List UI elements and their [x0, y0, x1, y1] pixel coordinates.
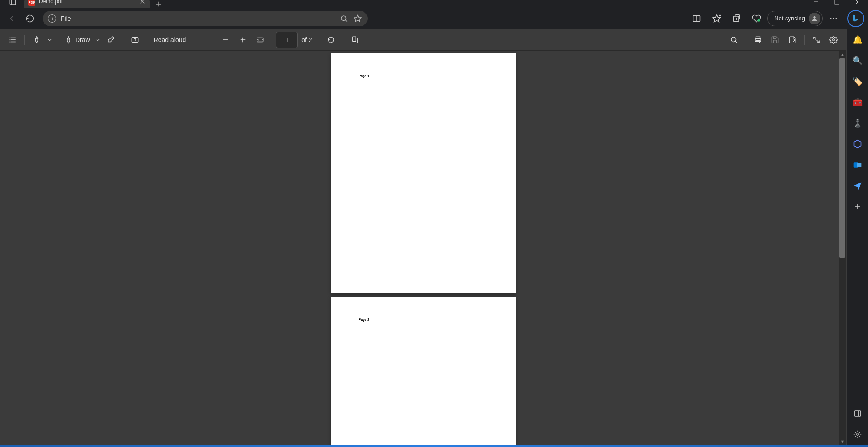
svg-point-24	[833, 18, 834, 19]
address-row: i File Not syncing	[0, 8, 868, 29]
svg-line-11	[345, 20, 347, 22]
fullscreen-button[interactable]	[808, 32, 824, 48]
scroll-down-arrow[interactable]: ▼	[839, 437, 846, 445]
svg-point-59	[856, 433, 858, 436]
sidebar-outlook-icon[interactable]	[851, 159, 864, 171]
pdf-page[interactable]: Page 1	[331, 53, 516, 293]
svg-point-22	[813, 16, 815, 18]
svg-point-31	[10, 41, 10, 42]
pdf-settings-button[interactable]	[825, 32, 842, 48]
svg-point-29	[10, 37, 10, 38]
page-view-button[interactable]	[347, 32, 363, 48]
address-bar[interactable]: i File	[43, 11, 368, 26]
svg-point-30	[10, 39, 10, 40]
browser-tab[interactable]: PDF Demo.pdf	[24, 0, 150, 8]
print-button[interactable]	[750, 32, 766, 48]
collections-button[interactable]	[727, 10, 746, 27]
add-text-button[interactable]	[127, 32, 143, 48]
scroll-up-arrow[interactable]: ▲	[839, 51, 846, 58]
svg-rect-48	[773, 40, 777, 43]
minimize-button[interactable]	[805, 0, 826, 8]
pdf-page[interactable]: Page 2	[331, 297, 516, 445]
svg-point-51	[833, 38, 835, 41]
svg-line-32	[111, 38, 112, 39]
contents-button[interactable]	[5, 32, 21, 48]
svg-point-21	[758, 19, 760, 21]
windows-taskbar[interactable]	[0, 445, 868, 447]
favorites-button[interactable]	[708, 10, 726, 27]
svg-point-42	[731, 37, 736, 42]
sync-status-label: Not syncing	[774, 15, 805, 22]
zoom-out-button[interactable]	[218, 32, 234, 48]
sidebar-notifications-icon[interactable]: 🔔	[851, 34, 864, 46]
bing-chat-button[interactable]	[847, 10, 864, 27]
erase-button[interactable]	[103, 32, 119, 48]
close-window-button[interactable]	[847, 0, 868, 8]
svg-rect-0	[10, 0, 16, 5]
svg-rect-57	[854, 411, 861, 416]
read-aloud-label: Read aloud	[154, 36, 186, 43]
rotate-button[interactable]	[323, 32, 339, 48]
sidebar-shopping-icon[interactable]: 🏷️	[851, 75, 864, 88]
scroll-thumb[interactable]	[839, 58, 845, 258]
svg-rect-44	[756, 37, 760, 39]
sidebar-settings-icon[interactable]	[851, 428, 864, 441]
fit-width-button[interactable]	[252, 32, 268, 48]
vertical-scrollbar[interactable]: ▲ ▼	[839, 51, 846, 445]
edge-sidebar: 🔔 🔍 🏷️ 🧰 ♟️	[846, 29, 868, 445]
site-info-icon[interactable]: i	[48, 14, 56, 23]
save-as-button[interactable]	[784, 32, 800, 48]
pdf-favicon: PDF	[28, 0, 35, 6]
maximize-button[interactable]	[826, 0, 847, 8]
read-aloud-button[interactable]: Read aloud	[151, 32, 189, 48]
vertical-tabs-button[interactable]	[5, 0, 20, 8]
svg-line-50	[817, 40, 819, 42]
browser-essentials-button[interactable]	[747, 10, 766, 27]
page-total-label: of 2	[299, 36, 315, 43]
refresh-button[interactable]	[22, 10, 38, 27]
sidebar-drop-icon[interactable]	[851, 179, 864, 192]
sidebar-hide-button[interactable]	[851, 407, 864, 420]
search-in-address-icon[interactable]	[339, 14, 349, 23]
svg-point-10	[341, 16, 346, 21]
svg-rect-47	[773, 37, 776, 39]
draw-button[interactable]: Draw	[62, 32, 93, 48]
sidebar-add-button[interactable]	[851, 200, 864, 213]
svg-marker-12	[354, 15, 361, 21]
svg-marker-52	[854, 140, 861, 148]
page-number-input[interactable]	[276, 32, 298, 48]
split-screen-button[interactable]	[688, 10, 706, 27]
scroll-track[interactable]	[839, 58, 846, 437]
zoom-in-button[interactable]	[235, 32, 251, 48]
save-button[interactable]	[767, 32, 783, 48]
sidebar-search-icon[interactable]: 🔍	[851, 54, 864, 67]
sidebar-tools-icon[interactable]: 🧰	[851, 96, 864, 109]
svg-rect-41	[354, 38, 357, 43]
url-scheme: File	[61, 15, 71, 22]
page-content-label: Page 2	[359, 318, 369, 321]
svg-rect-40	[352, 37, 356, 42]
highlight-options-chevron[interactable]	[46, 38, 54, 42]
profile-sync-button[interactable]: Not syncing	[767, 11, 823, 26]
window-controls	[805, 0, 868, 8]
title-bar: PDF Demo.pdf	[0, 0, 868, 8]
avatar-icon	[809, 13, 820, 24]
pdf-viewer: Draw Read aloud	[0, 29, 846, 445]
find-button[interactable]	[726, 32, 742, 48]
pdf-viewport[interactable]: Page 1 Page 2 ▲ ▼	[0, 51, 846, 445]
pdf-toolbar: Draw Read aloud	[0, 29, 846, 51]
draw-options-chevron[interactable]	[94, 38, 102, 42]
more-menu-button[interactable]	[824, 10, 843, 27]
sidebar-games-icon[interactable]: ♟️	[851, 117, 864, 130]
close-tab-button[interactable]	[139, 0, 146, 5]
svg-rect-7	[835, 0, 839, 4]
separator	[76, 14, 76, 23]
favorite-star-icon[interactable]	[353, 14, 362, 23]
tab-title: Demo.pdf	[39, 0, 135, 5]
sidebar-office-icon[interactable]	[851, 138, 864, 150]
page-content-label: Page 1	[359, 74, 369, 77]
svg-line-49	[814, 37, 816, 39]
back-button[interactable]	[4, 10, 20, 27]
highlight-button[interactable]	[29, 32, 45, 48]
new-tab-button[interactable]	[152, 0, 165, 8]
